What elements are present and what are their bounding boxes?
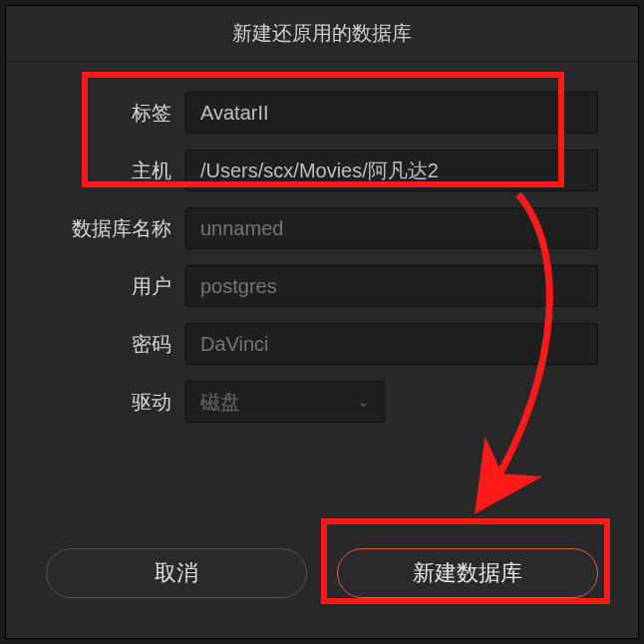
label-tag: 标签 (46, 100, 185, 127)
chevron-down-icon: ⌄ (358, 394, 370, 410)
button-row: 取消 新建数据库 (46, 548, 598, 598)
label-driver: 驱动 (46, 389, 185, 416)
input-host[interactable] (185, 150, 598, 191)
cancel-button[interactable]: 取消 (46, 548, 307, 598)
label-host: 主机 (46, 158, 185, 184)
row-driver: 驱动 磁盘 ⌄ (46, 381, 598, 423)
create-restore-db-dialog: 新建还原用的数据库 标签 主机 数据库名称 用户 密码 驱动 磁盘 ⌄ (5, 5, 639, 639)
label-dbname: 数据库名称 (46, 215, 185, 242)
form-area: 标签 主机 数据库名称 用户 密码 驱动 磁盘 ⌄ (6, 62, 638, 423)
row-tag: 标签 (46, 92, 598, 134)
dialog-title: 新建还原用的数据库 (6, 6, 638, 62)
row-user: 用户 (46, 265, 598, 307)
label-password: 密码 (46, 331, 185, 358)
input-password[interactable] (185, 323, 598, 365)
select-driver[interactable]: 磁盘 ⌄ (185, 381, 385, 423)
row-dbname: 数据库名称 (46, 207, 598, 249)
select-driver-value: 磁盘 (200, 389, 240, 416)
input-tag[interactable] (185, 92, 598, 134)
input-dbname[interactable] (185, 207, 598, 249)
row-host: 主机 (46, 150, 598, 191)
label-user: 用户 (46, 273, 185, 300)
input-user[interactable] (185, 265, 598, 307)
row-password: 密码 (46, 323, 598, 365)
create-database-button[interactable]: 新建数据库 (337, 548, 598, 598)
